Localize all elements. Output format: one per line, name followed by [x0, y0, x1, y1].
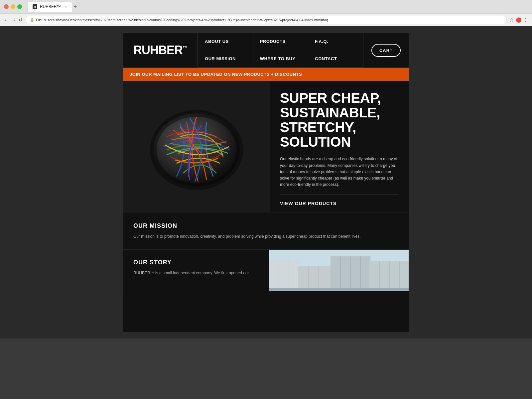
tab-title: RUHBER™ [40, 4, 61, 9]
traffic-lights [4, 4, 22, 9]
address-bar[interactable]: 🔒 File /Users/shayne/Desktop/classes/fal… [26, 16, 506, 24]
extensions-icon[interactable]: 🔴 [516, 17, 521, 23]
browser-nav-buttons: ← → ↺ [4, 17, 23, 23]
story-image [269, 250, 409, 291]
nav-item-contact[interactable]: CONTACT [308, 50, 363, 67]
menu-icon[interactable]: ⋮ [523, 17, 528, 23]
bookmark-icon[interactable]: ☆ [509, 17, 514, 23]
maximize-window-button[interactable] [17, 4, 22, 9]
nav-item-faq[interactable]: F.A.Q. [308, 33, 363, 50]
svg-rect-18 [269, 288, 409, 290]
nav-item-our-mission[interactable]: OUR MISSION [198, 50, 253, 67]
tab-favicon: R [33, 4, 37, 9]
hero-section: SUPER CHEAP, SUSTAINABLE, STRETCHY, SOLU… [123, 81, 409, 212]
svg-rect-4 [269, 260, 299, 290]
nav-grid: ABOUT US PRODUCTS F.A.Q. CART OUR MISSIO… [198, 33, 409, 67]
story-body: RUHBER™ is a small independent company. … [133, 270, 259, 276]
mailing-list-banner[interactable]: JOIN OUR MAILING LIST TO BE UPDATED ON N… [123, 68, 409, 81]
nav-item-about-us[interactable]: ABOUT US [198, 33, 253, 50]
svg-rect-5 [298, 266, 332, 290]
story-section: OUR STORY RUHBER™ is a small independent… [123, 250, 409, 291]
view-products-button[interactable]: VIEW OUR PRODUCTS [280, 195, 399, 212]
lock-icon: 🔒 [30, 18, 34, 22]
rubber-band-ball-image [147, 97, 246, 197]
main-navigation: RUHBER™ ABOUT US PRODUCTS F.A.Q. CART OU… [123, 33, 409, 68]
site-logo[interactable]: RUHBER™ [133, 44, 188, 56]
new-tab-button[interactable]: + [74, 4, 77, 10]
hero-headline: SUPER CHEAP, SUSTAINABLE, STRETCHY, SOLU… [280, 91, 399, 149]
browser-actions: ☆ 🔴 ⋮ [509, 17, 528, 23]
cart-button[interactable]: CART [371, 44, 401, 57]
story-title: OUR STORY [133, 259, 259, 266]
story-building-image [269, 250, 409, 290]
close-window-button[interactable] [4, 4, 9, 9]
logo-area[interactable]: RUHBER™ [123, 33, 198, 67]
address-prefix: File [36, 18, 42, 22]
hero-body-text: Our elastic bands are a cheap and eco-fr… [280, 156, 399, 188]
nav-item-where-to-buy[interactable]: WHERE TO BUY [253, 50, 308, 67]
back-button[interactable]: ← [4, 17, 9, 23]
website-wrapper: RUHBER™ ABOUT US PRODUCTS F.A.Q. CART OU… [0, 26, 532, 338]
tab-close-button[interactable]: × [65, 4, 67, 9]
browser-titlebar: R RUHBER™ × + [0, 0, 532, 13]
website: RUHBER™ ABOUT US PRODUCTS F.A.Q. CART OU… [123, 33, 409, 332]
forward-button[interactable]: → [11, 17, 16, 23]
refresh-button[interactable]: ↺ [19, 17, 23, 23]
minimize-window-button[interactable] [11, 4, 15, 9]
browser-tab-active[interactable]: R RUHBER™ × [28, 2, 72, 12]
browser-chrome: R RUHBER™ × + ← → ↺ 🔒 File /Users/shayne… [0, 0, 532, 26]
address-url: /Users/shayne/Desktop/classes/fall2020se… [44, 18, 328, 22]
svg-rect-7 [369, 261, 409, 290]
browser-addressbar: ← → ↺ 🔒 File /Users/shayne/Desktop/class… [0, 13, 532, 26]
story-content: OUR STORY RUHBER™ is a small independent… [123, 250, 269, 291]
mission-body: Our mission is to promote innovation, cr… [133, 233, 399, 239]
hero-content: SUPER CHEAP, SUSTAINABLE, STRETCHY, SOLU… [270, 81, 409, 212]
tab-bar: R RUHBER™ × + [28, 2, 528, 12]
nav-item-cart[interactable]: CART [363, 33, 409, 67]
hero-image [123, 81, 270, 212]
nav-item-products[interactable]: PRODUCTS [253, 33, 308, 50]
mission-title: OUR MISSION [133, 222, 399, 229]
mission-section: OUR MISSION Our mission is to promote in… [123, 212, 409, 250]
